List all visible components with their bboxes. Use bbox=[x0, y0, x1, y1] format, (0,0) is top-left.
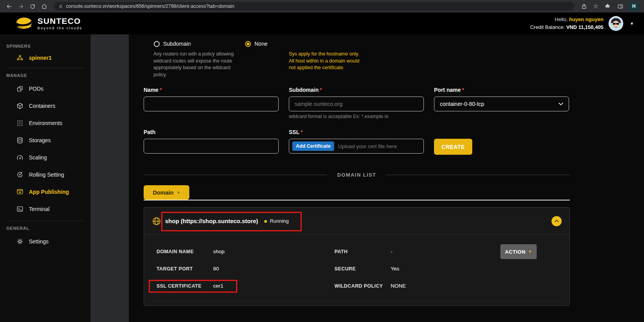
pods-icon bbox=[16, 85, 23, 92]
chevron-up-icon bbox=[555, 220, 559, 222]
domain-card-header[interactable]: shop (https://shop.sunteco.store) Runnin… bbox=[144, 208, 569, 235]
terminal-icon bbox=[16, 206, 23, 213]
sidebar-item-label: Environments bbox=[29, 120, 62, 126]
path-label: Path bbox=[144, 129, 155, 135]
sidebar-item-rolling-setting[interactable]: Rolling Setting bbox=[0, 166, 91, 183]
domain-list-divider: DOMAIN LIST bbox=[144, 172, 570, 178]
required-asterisk: * bbox=[320, 87, 322, 93]
status-dot-icon bbox=[264, 220, 267, 223]
path-input[interactable] bbox=[144, 139, 279, 154]
sunteco-logo-icon bbox=[16, 17, 34, 30]
add-certificate-button[interactable]: Add Certificate bbox=[292, 141, 334, 151]
sidebar-item-label: PODs bbox=[29, 86, 43, 92]
sidebar-item-scaling[interactable]: Scaling bbox=[0, 149, 91, 166]
port-name-label: Port name* bbox=[434, 87, 464, 93]
containers-icon bbox=[16, 102, 23, 109]
detail-value: NONE bbox=[391, 283, 406, 289]
sidebar-item-label: Settings bbox=[29, 238, 49, 245]
radio-subdomain-circle[interactable] bbox=[154, 41, 160, 47]
brand-block: SUNTECO Beyond the clouds bbox=[37, 17, 82, 30]
client-access-content: Subdomain Any routers run with a policy … bbox=[129, 34, 644, 322]
greeting-text: Hello, bbox=[555, 16, 568, 22]
browser-actions: ☆ H bbox=[579, 2, 640, 11]
sidebar-item-label: App Publishing bbox=[29, 189, 69, 195]
sidebar-item-label: Containers bbox=[29, 103, 55, 109]
user-avatar[interactable] bbox=[608, 16, 623, 31]
sidebar-item-environments[interactable]: Environments bbox=[0, 114, 91, 132]
chevron-down-icon bbox=[559, 102, 563, 106]
sidebar-item-terminal[interactable]: Terminal bbox=[0, 200, 91, 218]
bookmark-star-icon[interactable]: ☆ bbox=[593, 3, 598, 10]
subdomain-input[interactable] bbox=[289, 97, 424, 111]
sidebar-item-app-publishing[interactable]: App Publishing bbox=[0, 183, 91, 200]
share-icon[interactable] bbox=[580, 2, 588, 11]
sidebar-section-general: GENERAL bbox=[0, 226, 91, 231]
back-icon[interactable] bbox=[4, 2, 14, 11]
settings-icon bbox=[16, 238, 23, 245]
ssl-upload-field[interactable]: Add Certificate Upload your cert file he… bbox=[289, 139, 424, 154]
port-name-select[interactable]: container-0-80-tcp bbox=[434, 97, 569, 111]
radio-none-circle[interactable] bbox=[245, 41, 251, 47]
name-input[interactable] bbox=[144, 97, 279, 111]
side-panel-icon[interactable] bbox=[616, 2, 624, 11]
rolling-setting-icon bbox=[16, 171, 23, 178]
domain-card-title: shop (https://shop.sunteco.store) bbox=[165, 218, 258, 224]
radio-none-label: None bbox=[254, 41, 267, 47]
sidebar-item-containers[interactable]: Containers bbox=[0, 97, 91, 114]
tab-domain[interactable]: Domain ▼ bbox=[144, 185, 189, 200]
app-header: SUNTECO Beyond the clouds Hello, huyen n… bbox=[0, 13, 644, 34]
sidebar: SPINNERS spinner1 MANAGE PODs Containers… bbox=[0, 34, 91, 322]
caret-down-icon: ▼ bbox=[177, 191, 180, 195]
account-caret-icon[interactable]: ▼ bbox=[628, 20, 635, 27]
domain-list-title: DOMAIN LIST bbox=[337, 172, 376, 178]
detail-label: PATH bbox=[334, 249, 348, 254]
sidebar-section-spinners: SPINNERS bbox=[0, 44, 91, 48]
account-summary: Hello, huyen nguyen Credit Balance: VND … bbox=[530, 16, 603, 31]
subdomain-description: Any routers run with a policy allowing w… bbox=[153, 51, 238, 78]
detail-value: shop bbox=[213, 249, 224, 254]
globe-icon bbox=[152, 216, 161, 226]
browser-profile-avatar[interactable]: H bbox=[629, 2, 639, 11]
create-button[interactable]: CREATE bbox=[434, 139, 472, 155]
detail-value: - bbox=[391, 249, 393, 254]
detail-label: SECURE bbox=[334, 266, 356, 272]
caret-down-icon: ▼ bbox=[528, 250, 532, 254]
radio-subdomain[interactable]: Subdomain bbox=[154, 41, 191, 47]
spinner-icon bbox=[16, 54, 23, 61]
radio-subdomain-label: Subdomain bbox=[163, 41, 191, 47]
domain-card: shop (https://shop.sunteco.store) Runnin… bbox=[144, 207, 570, 306]
radio-none[interactable]: None bbox=[245, 41, 267, 47]
sidebar-divider bbox=[6, 221, 84, 221]
credit-balance-value: VND 11,150,405 bbox=[566, 24, 603, 30]
sidebar-item-storages[interactable]: Storages bbox=[0, 132, 91, 149]
sidebar-item-label: Rolling Setting bbox=[29, 172, 64, 178]
name-label: Name* bbox=[144, 87, 162, 93]
tab-domain-label: Domain bbox=[153, 190, 173, 196]
home-icon[interactable] bbox=[39, 2, 49, 11]
action-button[interactable]: ACTION ▼ bbox=[500, 244, 537, 259]
sidebar-item-pods[interactable]: PODs bbox=[0, 80, 91, 97]
collapse-button[interactable] bbox=[551, 216, 562, 226]
detail-label: SSL CERTIFICATE bbox=[157, 283, 201, 289]
username-text: huyen nguyen bbox=[569, 16, 603, 22]
refresh-icon[interactable] bbox=[27, 2, 37, 11]
sidebar-item-settings[interactable]: Settings bbox=[0, 233, 91, 250]
sidebar-divider bbox=[6, 68, 84, 68]
sidebar-item-spinner1[interactable]: spinner1 bbox=[0, 51, 91, 65]
subdomain-help-text: wildcard format is acceptable Ex: *.exam… bbox=[289, 114, 388, 119]
sidebar-item-label: Scaling bbox=[29, 154, 47, 161]
credit-balance-label: Credit Balance: bbox=[530, 24, 565, 30]
subdomain-label: Subdomain* bbox=[289, 87, 322, 93]
required-asterisk: * bbox=[301, 129, 302, 135]
brand-name: SUNTECO bbox=[37, 17, 82, 25]
detail-label: WILDCARD POLICY bbox=[334, 283, 383, 289]
required-asterisk: * bbox=[462, 87, 464, 93]
extensions-icon[interactable] bbox=[603, 2, 611, 11]
address-bar[interactable]: console.sunteco.vn/workspaces/656/spinne… bbox=[54, 2, 574, 11]
page: console.sunteco.vn/workspaces/656/spinne… bbox=[0, 0, 644, 322]
sidebar-section-manage: MANAGE bbox=[0, 73, 91, 78]
forward-icon[interactable] bbox=[16, 2, 26, 11]
port-selected-value: container-0-80-tcp bbox=[440, 101, 484, 107]
environments-icon bbox=[16, 120, 23, 127]
scaling-icon bbox=[16, 154, 23, 161]
